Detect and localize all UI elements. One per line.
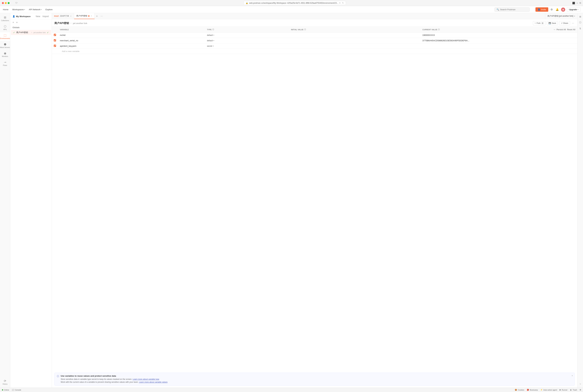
fork-button[interactable]: ⑂ Fork 0 bbox=[533, 21, 545, 25]
new-button[interactable]: New bbox=[35, 15, 41, 18]
var-2-type-cell[interactable]: default ▾ bbox=[205, 38, 289, 43]
settings-button[interactable]: ⚙ bbox=[550, 7, 553, 12]
right-panel-info-button[interactable]: ⓘ bbox=[578, 20, 582, 25]
sidebar-item-mock-servers[interactable]: ⬢ Mock Servers bbox=[0, 41, 10, 50]
right-panel-grid-button[interactable]: ⊞ bbox=[578, 14, 582, 19]
environment-item-1[interactable]: ✓ 商户API密钥 ⑂ yet another fork ✓ bbox=[11, 30, 51, 35]
status-bootcamp[interactable]: 🎒 Bootcamp bbox=[527, 389, 538, 391]
var-3-type-select[interactable]: secret ▾ bbox=[207, 45, 287, 47]
tab-env[interactable]: 商户API密钥 × bbox=[74, 13, 95, 19]
var-3-current-cell[interactable] bbox=[420, 43, 577, 49]
tab-jsapi[interactable]: POST JSAPI下单 × bbox=[52, 13, 74, 19]
nav-workspaces[interactable]: Workspaces ▾ bbox=[12, 8, 25, 11]
add-environment-button[interactable]: + bbox=[12, 21, 15, 24]
filter-environments-button[interactable]: ≡ bbox=[16, 21, 18, 24]
minimize-button[interactable] bbox=[5, 2, 7, 4]
traffic-lights bbox=[2, 2, 10, 4]
tab-env-close[interactable]: × bbox=[91, 14, 92, 18]
maximize-button[interactable] bbox=[8, 2, 10, 4]
tab-jsapi-close[interactable]: × bbox=[70, 15, 72, 18]
var-2-current-cell[interactable]: 3775B6A45ACD588826D15E583A95F5DDEF8A... bbox=[420, 38, 577, 43]
var-2-name-cell[interactable]: merchant_serial_no bbox=[58, 38, 205, 43]
learn-more-variable-values-link[interactable]: Learn more about variable values bbox=[139, 381, 167, 383]
search-input[interactable] bbox=[500, 8, 526, 11]
persist-all-button[interactable]: Persist All bbox=[556, 28, 566, 31]
trash-icon: 🗑 bbox=[570, 389, 572, 391]
var-2-check-cell bbox=[52, 38, 58, 43]
env-selector-label: 商户API密钥 [yet another fork] bbox=[547, 15, 573, 18]
var-3-checkbox[interactable] bbox=[54, 45, 56, 47]
status-auto-select-agent[interactable]: ⚡ Auto-select agent bbox=[540, 389, 557, 391]
cookies-icon: 🍪 bbox=[515, 389, 517, 391]
globals-item[interactable]: Globals bbox=[10, 25, 52, 30]
nav-api-network[interactable]: API Network ▾ bbox=[29, 8, 42, 11]
more-tabs-button[interactable]: ··· bbox=[99, 13, 104, 19]
reset-all-button[interactable]: Reset All bbox=[567, 28, 575, 31]
share-screen-icon[interactable]: ⬛ bbox=[572, 2, 575, 4]
upgrade-button[interactable]: Upgrade ▾ bbox=[567, 7, 580, 12]
online-indicator bbox=[2, 389, 3, 390]
var-1-initial-cell[interactable] bbox=[289, 32, 420, 38]
notifications-button[interactable]: 🔔 bbox=[555, 7, 559, 12]
copy-icon: ⧉ bbox=[339, 2, 340, 4]
add-tab-button[interactable]: + bbox=[95, 13, 99, 19]
var-1-type-cell[interactable]: default ▾ bbox=[205, 32, 289, 38]
close-button[interactable] bbox=[2, 2, 4, 4]
sidebar-item-history[interactable]: ⟳ History bbox=[0, 378, 10, 386]
environments-label: Environments bbox=[0, 38, 10, 39]
status-cookies[interactable]: 🍪 Cookies bbox=[515, 389, 524, 391]
var-1-type-select[interactable]: default ▾ bbox=[207, 34, 287, 36]
variables-table: VARIABLE TYPE ⓘ IN bbox=[52, 27, 577, 54]
info-banner-desc2: Work with the current value of a variabl… bbox=[61, 381, 572, 384]
learn-more-variable-type-link[interactable]: Learn more about variable type bbox=[133, 378, 159, 380]
invite-button[interactable]: 👤 Invite bbox=[535, 7, 548, 12]
status-runner[interactable]: ▶ Runner bbox=[560, 389, 567, 391]
sidebar-item-collections[interactable]: ⊞ Collections bbox=[0, 14, 10, 23]
var-2-initial-cell[interactable] bbox=[289, 38, 420, 43]
bootcamp-icon: 🎒 bbox=[527, 389, 529, 391]
right-panel-arrow-button[interactable]: ⇅ bbox=[578, 26, 582, 31]
status-online[interactable]: Online bbox=[2, 389, 9, 391]
var-2-checkbox[interactable] bbox=[54, 39, 56, 42]
var-3-type-cell[interactable]: secret ▾ bbox=[205, 43, 289, 49]
save-button[interactable]: 💾 Save bbox=[547, 21, 558, 25]
search-bar[interactable]: 🔍 bbox=[494, 7, 530, 12]
add-variable-cell[interactable]: Add a new variable bbox=[58, 49, 577, 54]
more-env-options-button[interactable]: ··· bbox=[571, 21, 575, 25]
sidebar-item-monitors[interactable]: ◉ Monitors bbox=[0, 50, 10, 58]
var-2-type-select[interactable]: default ▾ bbox=[207, 40, 287, 42]
th-variable: VARIABLE bbox=[58, 27, 205, 32]
add-tab-icon[interactable]: + bbox=[576, 2, 578, 4]
url-bar[interactable]: 🔒 web.postman.co/workspace/My-Workspace~… bbox=[244, 1, 346, 5]
sidebar-item-flows[interactable]: ⊸ Flows bbox=[0, 59, 10, 68]
status-layout[interactable]: ⊞ bbox=[580, 389, 581, 391]
import-button[interactable]: Import bbox=[42, 15, 50, 18]
share-button[interactable]: ↗ Share bbox=[559, 21, 570, 25]
environment-selector[interactable]: 商户API密钥 [yet another fork] ▾ bbox=[545, 13, 577, 19]
refresh-icon[interactable]: ↻ bbox=[342, 2, 344, 4]
info-banner: ⓘ Use variables to reuse values and prot… bbox=[55, 373, 575, 386]
avatar-button[interactable]: ◉ bbox=[561, 8, 565, 12]
info-banner-close-button[interactable]: × bbox=[572, 374, 573, 377]
sidebar-item-apis[interactable]: ⬡ APIs bbox=[0, 23, 10, 32]
th-current-value: CURRENT VALUE ⓘ ··· Persist All Reset Al… bbox=[420, 27, 577, 32]
status-trash[interactable]: 🗑 Trash bbox=[570, 389, 577, 391]
tab-overview-icon[interactable]: ⧉ bbox=[579, 2, 581, 4]
var-1-name-cell[interactable]: mchid bbox=[58, 32, 205, 38]
var-1-current-cell[interactable]: 190000XXXX bbox=[420, 32, 577, 38]
more-column-options[interactable]: ··· bbox=[554, 28, 555, 31]
right-panel-fork-button[interactable]: ⑂ bbox=[579, 382, 582, 386]
info-banner-desc1: Store sensitive data in variable type se… bbox=[61, 378, 572, 381]
tab-jsapi-label: JSAPI下单 bbox=[60, 15, 69, 18]
var-3-initial-cell[interactable] bbox=[289, 43, 420, 49]
save-icon: 💾 bbox=[548, 22, 551, 24]
var-3-name-cell[interactable]: apiclient_key.pem bbox=[58, 43, 205, 49]
nav-home[interactable]: Home bbox=[3, 8, 9, 11]
workspaces-chevron: ▾ bbox=[24, 9, 25, 10]
var-1-type-chevron: ▾ bbox=[213, 34, 214, 36]
nav-explore[interactable]: Explore bbox=[45, 8, 53, 11]
status-console[interactable]: ⬜ Console bbox=[12, 389, 21, 391]
upgrade-chevron: ▾ bbox=[577, 9, 578, 10]
var-1-checkbox[interactable] bbox=[54, 34, 56, 36]
sidebar-item-environments[interactable]: ⬚ Environments bbox=[0, 32, 10, 41]
